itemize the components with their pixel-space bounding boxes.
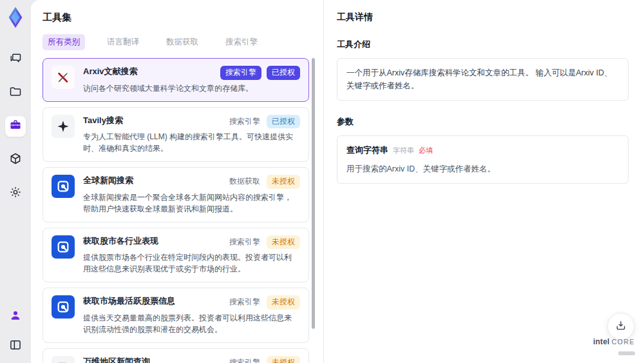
params-heading: 参数 (337, 116, 629, 128)
tool-title: 获取市场最活跃股票信息 (83, 295, 175, 307)
auth-status-badge: 未授权 (267, 356, 300, 363)
param-header: 查询字符串 字符串 必填 (346, 144, 619, 157)
tool-title: Tavily搜索 (83, 115, 123, 126)
category-tab[interactable]: 所有类别 (43, 34, 85, 50)
sidebar-item-tools[interactable] (5, 116, 26, 137)
sidebar-item-profile[interactable] (5, 306, 26, 327)
gear-icon (9, 186, 22, 201)
category-tab[interactable]: 搜索引擎 (220, 34, 263, 50)
auth-status-badge: 未授权 (267, 235, 300, 250)
tool-card[interactable]: 获取股市各行业表现 搜索引擎 未授权 提供股票市场各个行业在特定时间段内的表现。… (43, 228, 309, 283)
tool-description: 全球新闻搜索是一个聚合全球各大新闻网站内容的搜索引擎，帮助用户快速获取全球最新资… (83, 191, 296, 215)
category-tabs: 所有类别语言翻译数据获取搜索引擎 (43, 34, 323, 50)
panel-layout-icon (9, 338, 22, 354)
newspaper-icon (52, 356, 75, 363)
list-scrollbar[interactable] (312, 55, 315, 358)
tool-card[interactable]: 全球新闻搜索 数据获取 未授权 全球新闻搜索是一个聚合全球各大新闻网站内容的搜索… (43, 167, 309, 222)
tool-card[interactable]: 万维地区新闻查询 搜索引擎 未授权 查询具体行政区划内的新闻，快速了解各地新闻动… (43, 348, 309, 363)
sidebar-item-models[interactable] (5, 150, 26, 170)
category-tab[interactable]: 数据获取 (161, 34, 204, 50)
auth-status-badge: 已授权 (267, 115, 300, 129)
param-type: 字符串 (393, 145, 414, 157)
tool-description: 提供当天交易量最高的股票列表。投资者可以利用这些信息来识别流动性强的股票和潜在的… (83, 312, 296, 335)
tool-description: 专为人工智能代理 (LLM) 构建的搜索引擎工具。可快速提供实时、准确和真实的结… (83, 131, 296, 154)
category-badge: 搜索引擎 (228, 115, 261, 129)
category-badge: 搜索引擎 (228, 235, 261, 250)
download-icon (615, 320, 627, 333)
tool-title: 获取股市各行业表现 (83, 235, 158, 247)
tool-cards-list: Arxiv文献搜索 搜索引擎 已授权 访问各个研究领域大量科学论文和文章的存储库… (43, 58, 309, 363)
auth-status-badge: 未授权 (267, 295, 300, 309)
tool-card[interactable]: 获取市场最活跃股票信息 搜索引擎 未授权 提供当天交易量最高的股票列表。投资者可… (43, 288, 309, 343)
tool-title: Arxiv文献搜索 (83, 66, 138, 77)
content-shell: 工具集 所有类别语言翻译数据获取搜索引擎 Arxiv文献搜索 搜索引擎 已授权 … (31, 0, 644, 363)
folder-icon (9, 85, 22, 101)
param-description: 用于搜索的Arxiv ID、关键字或作者姓名。 (346, 162, 619, 175)
tool-detail-pane: 工具详情 工具介绍 一个用于从Arxiv存储库搜索科学论文和文章的工具。 输入可… (323, 0, 644, 363)
user-icon (9, 309, 22, 324)
sidebar-item-chat[interactable] (5, 49, 26, 70)
tool-title: 万维地区新闻查询 (83, 356, 150, 363)
param-required-flag: 必填 (419, 145, 433, 157)
scrollbar-thumb[interactable] (312, 58, 315, 329)
category-tab[interactable]: 语言翻译 (102, 34, 144, 50)
core-wordmark: CORE (612, 338, 635, 346)
news-search-logo-icon (52, 235, 75, 259)
app-sidebar (0, 0, 31, 363)
cube-icon (9, 152, 22, 168)
chat-icon (9, 52, 22, 67)
param-name: 查询字符串 (346, 144, 388, 157)
category-badge: 搜索引擎 (228, 295, 261, 309)
news-search-logo-icon (52, 175, 75, 198)
intro-heading: 工具介绍 (337, 39, 629, 50)
tool-description: 访问各个研究领域大量科学论文和文章的存储库。 (83, 83, 296, 94)
intro-text-box: 一个用于从Arxiv存储库搜索科学论文和文章的工具。 输入可以是Arxiv ID… (337, 58, 629, 101)
auth-status-badge: 未授权 (267, 175, 300, 189)
tool-title: 全球新闻搜索 (83, 175, 133, 186)
tool-description: 提供股票市场各个行业在特定时间段内的表现。投资者可以利用这些信息来识别表现优于或… (83, 251, 296, 275)
sidebar-item-settings[interactable] (5, 183, 26, 204)
sidebar-item-files[interactable] (5, 83, 26, 103)
tool-card[interactable]: Tavily搜索 搜索引擎 已授权 专为人工智能代理 (LLM) 构建的搜索引擎… (43, 107, 309, 162)
category-badge: 搜索引擎 (228, 356, 261, 363)
sparkle-star-icon (52, 115, 75, 138)
tools-list-pane: 工具集 所有类别语言翻译数据获取搜索引擎 Arxiv文献搜索 搜索引擎 已授权 … (31, 0, 323, 363)
intel-core-logo: intel CORE (593, 337, 635, 358)
toolbox-icon (9, 119, 22, 134)
download-button[interactable] (607, 313, 634, 340)
category-badge: 数据获取 (228, 175, 261, 189)
detail-title: 工具详情 (337, 12, 629, 23)
app-logo (3, 5, 28, 30)
intel-badge-bar (618, 351, 635, 355)
tool-card[interactable]: Arxiv文献搜索 搜索引擎 已授权 访问各个研究领域大量科学论文和文章的存储库… (43, 58, 309, 102)
arxiv-logo-icon (52, 66, 75, 89)
news-search-logo-icon (52, 295, 75, 319)
auth-status-badge: 已授权 (267, 66, 300, 80)
category-badge: 搜索引擎 (220, 66, 261, 80)
intel-wordmark: intel (593, 337, 610, 346)
page-title: 工具集 (43, 12, 323, 24)
sidebar-collapse-button[interactable] (5, 336, 26, 357)
param-box: 查询字符串 字符串 必填 用于搜索的Arxiv ID、关键字或作者姓名。 (337, 135, 629, 184)
